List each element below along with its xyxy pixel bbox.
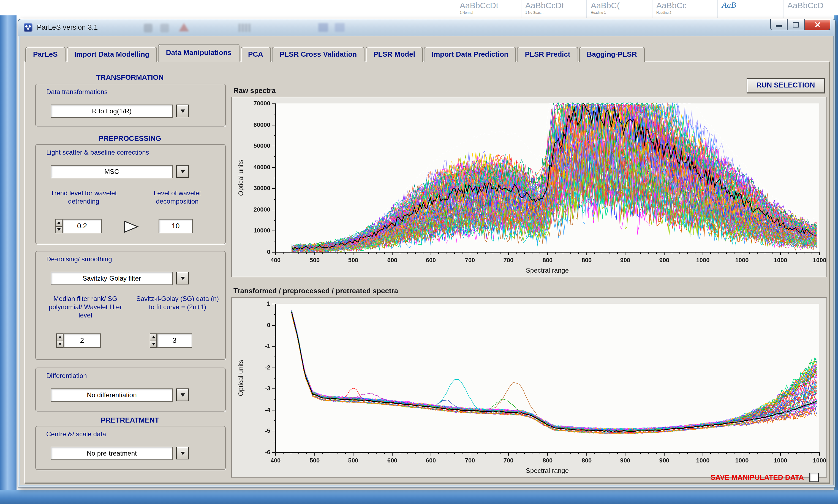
style-name: 1 Normal [460,11,517,14]
spin-down-icon [57,228,60,231]
word-window-left-edge [0,15,17,504]
word-style-item[interactable]: AaBbCcDt 1 No Spac... [521,0,587,18]
data-transformations-dropdown[interactable]: R to Log(1/R) [51,105,173,118]
tab-pca[interactable]: PCA [240,47,271,61]
wavelet-level-field[interactable]: 10 [159,219,193,233]
transformed-spectra-canvas [232,298,826,476]
style-preview: AaBbCcDt [460,1,517,10]
data-transformations-dropdown-button[interactable] [176,105,189,117]
app-icon [24,23,33,32]
raw-spectra-title: Raw spectra [233,86,276,95]
transformed-spectra-chart [231,297,827,478]
sg-data-spinner [150,334,157,348]
ghost-ribbon-icon [239,24,250,32]
ghost-ribbon-icon [144,24,153,33]
trend-level-field[interactable]: 0.2 [62,219,102,233]
tab-plsr-model[interactable]: PLSR Model [366,47,423,61]
maximize-icon [793,22,799,28]
close-icon [814,21,821,28]
tab-parles[interactable]: ParLeS [25,47,66,61]
median-filter-field[interactable]: 2 [63,334,101,348]
wavelet-level-label: Level of wavelet decomposition [139,189,216,206]
denoising-dropdown[interactable]: Savitzky-Golay filter [51,272,173,285]
light-scatter-dropdown[interactable]: MSC [51,165,173,178]
centre-scale-dropdown[interactable]: No pre-treatment [51,447,173,460]
word-style-item[interactable]: AaBbCc Heading 2 [652,0,718,18]
style-name: 1 No Spac... [525,11,582,14]
spin-down-button[interactable] [56,341,63,348]
word-style-item[interactable]: AaBbCcD [784,0,838,18]
raw-spectra-canvas [232,98,826,276]
minimize-button[interactable] [770,19,787,30]
spin-up-button[interactable] [56,334,63,341]
spin-down-icon [58,343,62,345]
chevron-down-icon [180,393,185,396]
spin-up-icon [152,336,155,339]
median-filter-spinner [56,334,63,348]
word-style-gallery: AaBbCcDt 1 Normal AaBbCcDt 1 No Spac... … [456,0,838,18]
save-manipulated-label: SAVE MANIPULATED DATA [639,473,804,482]
ghost-ribbon-icon [179,23,189,31]
denoising-dropdown-button[interactable] [176,272,189,285]
style-name: Heading 2 [656,11,714,14]
run-selection-button[interactable]: RUN SELECTION [747,78,825,93]
window-title: ParLeS version 3.1 [37,19,98,36]
chevron-down-icon [180,451,185,455]
wavelet-run-arrow-icon [122,220,140,233]
tab-plsr-cross-validation[interactable]: PLSR Cross Validation [272,47,365,61]
transformed-spectra-title: Transformed / preprocessed / pretreated … [233,287,398,295]
desktop: AaBbCcDt 1 Normal AaBbCcDt 1 No Spac... … [0,0,838,504]
style-name: Heading 1 [591,11,648,14]
median-filter-label: Median filter rank/ SG polynomial/ Wavel… [41,295,129,320]
spin-up-icon [57,221,60,224]
centre-scale-label: Centre &/ scale data [46,430,106,438]
preprocessing-heading: PREPROCESSING [35,134,225,143]
chevron-down-icon [180,276,185,280]
style-preview: AaBbCcDt [525,1,582,10]
sg-data-field[interactable]: 3 [157,334,192,348]
spin-down-button[interactable] [55,227,62,233]
differentiation-dropdown-button[interactable] [176,389,189,401]
save-manipulated-checkbox[interactable] [809,473,819,482]
ghost-ribbon-icon [160,24,169,33]
title-bar[interactable]: ParLeS version 3.1 [18,19,835,36]
tab-data-manipulations[interactable]: Data Manipulations [158,44,239,62]
sg-data-label: Savitzki-Golay (SG) data (n) to fit curv… [135,295,220,311]
word-style-item[interactable]: AaB [718,0,784,18]
data-transformations-label: Data transformations [46,88,108,96]
chevron-down-icon [180,170,185,173]
tab-strip: ParLeS Import Data Modelling Data Manipu… [25,43,646,61]
word-window-bottom-edge [0,490,838,504]
chevron-down-icon [180,109,185,112]
tab-import-data-modelling[interactable]: Import Data Modelling [67,47,157,61]
word-style-item[interactable]: AaBbCcDt 1 Normal [456,0,521,18]
minimize-icon [776,25,782,27]
spin-up-button[interactable] [150,334,157,341]
spin-down-button[interactable] [150,341,157,348]
style-preview: AaBbCc [656,1,714,10]
differentiation-dropdown[interactable]: No differentiation [51,389,173,402]
light-scatter-label: Light scatter & baseline corrections [46,148,149,156]
ghost-ribbon-icon [335,23,345,32]
word-style-item[interactable]: AaBbC( Heading 1 [587,0,652,18]
tab-plsr-predict[interactable]: PLSR Predict [517,47,578,61]
light-scatter-dropdown-button[interactable] [176,165,189,178]
spin-down-icon [152,343,155,345]
denoising-label: De-noising/ smoothing [46,255,112,263]
maximize-button[interactable] [787,19,804,30]
pretreatment-heading: PRETREATMENT [35,416,225,424]
window-controls [770,19,830,30]
style-preview: AaBbCcD [787,1,838,10]
tab-bagging-plsr[interactable]: Bagging-PLSR [579,47,644,61]
tab-import-data-prediction[interactable]: Import Data Prediction [424,47,516,61]
trend-level-label: Trend level for wavelet detrending [45,189,122,206]
trend-level-spinner [55,219,62,233]
close-button[interactable] [804,19,830,30]
spin-up-button[interactable] [55,219,62,227]
centre-scale-dropdown-button[interactable] [176,447,189,460]
ghost-ribbon-icon [318,23,328,32]
style-preview: AaBbC( [591,1,648,10]
style-preview: AaB [722,1,779,10]
transformation-heading: TRANSFORMATION [35,73,225,82]
spin-up-icon [58,336,62,339]
